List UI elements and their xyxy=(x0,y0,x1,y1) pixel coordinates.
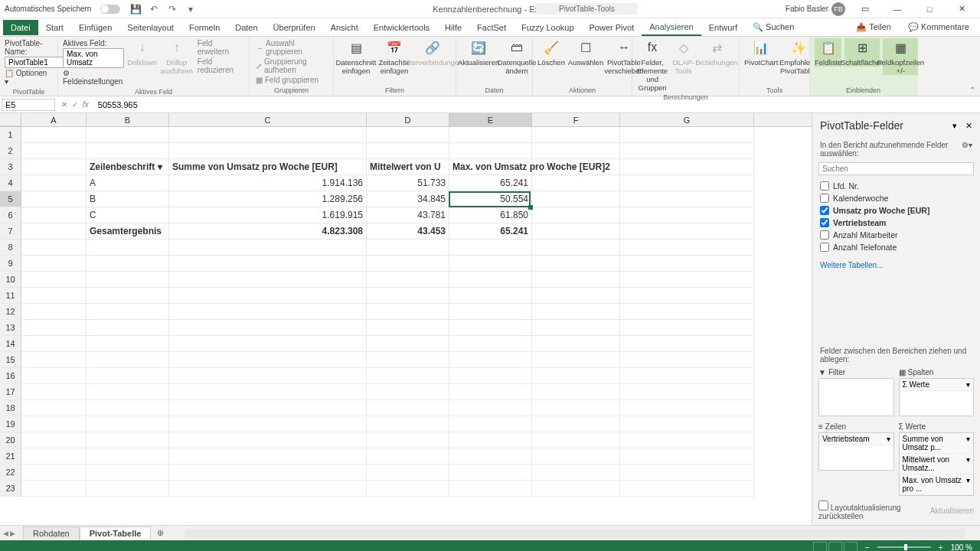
zoom-out-icon[interactable]: − xyxy=(865,543,870,552)
col-header-g[interactable]: G xyxy=(620,113,754,126)
row-header[interactable]: 14 xyxy=(0,336,21,352)
row-header[interactable]: 10 xyxy=(0,272,21,288)
pivotchart-button[interactable]: 📊PivotChart xyxy=(744,38,778,67)
datasource-button[interactable]: 🗃Datenquelle ändern xyxy=(499,38,534,75)
formula-input[interactable]: 50553,965 xyxy=(93,99,980,111)
buttons-toggle[interactable]: ⊞Schaltflächen xyxy=(844,38,880,67)
row-header[interactable]: 9 xyxy=(0,256,21,272)
undo-icon[interactable]: ↶ xyxy=(148,3,160,15)
pt-name-input[interactable]: PivotTable1 xyxy=(5,57,66,68)
timeline-button[interactable]: 📅Zeitachse einfügen xyxy=(377,38,412,75)
user-badge[interactable]: Fabio Basler FB xyxy=(786,2,845,16)
tab-help[interactable]: Hilfe xyxy=(437,20,469,35)
row-header[interactable]: 7 xyxy=(0,223,21,240)
row-header[interactable]: 1 xyxy=(0,127,21,143)
col-header-c[interactable]: C xyxy=(169,113,367,126)
name-box[interactable]: E5 xyxy=(2,99,55,111)
row-header[interactable]: 12 xyxy=(0,304,21,320)
clear-button[interactable]: 🧹Löschen xyxy=(537,38,565,67)
more-tables-link[interactable]: Weitere Tabellen... xyxy=(812,256,980,274)
row-header[interactable]: 6 xyxy=(0,207,21,223)
row-header[interactable]: 19 xyxy=(0,416,21,432)
minimize-icon[interactable]: — xyxy=(885,0,910,18)
row-header[interactable]: 22 xyxy=(0,465,21,481)
collapse-ribbon-icon[interactable]: ⌃ xyxy=(969,86,975,94)
area-filter-drop[interactable] xyxy=(818,378,894,416)
area-values-drop[interactable]: Summe von Umsatz p...▾ Mittelwert von Um… xyxy=(899,432,975,496)
field-item[interactable]: Umsatz pro Woche [EUR] xyxy=(820,204,972,217)
row-header[interactable]: 8 xyxy=(0,240,21,256)
sheet-nav-next-icon[interactable]: ▶ xyxy=(10,530,15,537)
add-sheet-icon[interactable]: ⊕ xyxy=(151,528,170,538)
tab-fuzzy[interactable]: Fuzzy Lookup xyxy=(514,20,581,35)
col-header-a[interactable]: A xyxy=(21,113,87,126)
tab-analyze[interactable]: Analysieren xyxy=(642,19,701,36)
tab-data[interactable]: Daten xyxy=(227,20,265,35)
row-header[interactable]: 13 xyxy=(0,320,21,336)
field-search-input[interactable] xyxy=(818,162,974,175)
area-columns-drop[interactable]: Σ Werte▾ xyxy=(899,378,975,416)
field-item[interactable]: Anzahl Mitarbeiter xyxy=(820,229,972,241)
sheet-tab-pivot[interactable]: Pivot-Tabelle xyxy=(80,527,152,540)
headers-toggle[interactable]: ▦Feldkopfzeilen +/- xyxy=(883,38,918,75)
cancel-icon[interactable]: ✕ xyxy=(61,100,67,109)
tab-pagelayout[interactable]: Seitenlayout xyxy=(119,20,181,35)
area-column-item[interactable]: Σ Werte▾ xyxy=(900,379,974,391)
pt-sum-header[interactable]: Summe von Umsatz pro Woche [EUR] xyxy=(169,159,367,175)
pane-close-icon[interactable]: ✕ xyxy=(965,121,972,130)
select-all-corner[interactable] xyxy=(0,113,21,126)
pane-settings-icon[interactable]: ▾ xyxy=(952,121,957,130)
field-item[interactable]: Lfd. Nr. xyxy=(820,180,972,192)
options-button[interactable]: 📋 Optionen ▾ xyxy=(5,69,53,86)
row-header[interactable]: 11 xyxy=(0,288,21,304)
tab-view[interactable]: Ansicht xyxy=(323,20,366,35)
tab-powerpivot[interactable]: Power Pivot xyxy=(582,20,642,35)
row-header[interactable]: 16 xyxy=(0,368,21,384)
pt-row-header[interactable]: Zeilenbeschrift ▾ xyxy=(87,159,169,175)
pt-avg-header[interactable]: Mittelwert von U xyxy=(367,159,449,175)
row-header[interactable]: 18 xyxy=(0,400,21,416)
autosave-toggle[interactable] xyxy=(100,5,120,14)
row-header[interactable]: 15 xyxy=(0,352,21,368)
view-pagebreak-icon[interactable] xyxy=(844,542,858,551)
fx-icon[interactable]: fx xyxy=(83,100,89,109)
ribbon-mode-icon[interactable]: ▭ xyxy=(853,0,877,18)
tab-formulas[interactable]: Formeln xyxy=(181,20,227,35)
sheet-nav-prev-icon[interactable]: ◀ xyxy=(3,530,8,537)
area-value-item[interactable]: Summe von Umsatz p...▾ xyxy=(900,433,974,454)
tab-design[interactable]: Entwurf xyxy=(701,20,745,35)
zoom-slider[interactable] xyxy=(877,546,931,548)
field-item[interactable]: Kalenderwoche xyxy=(820,192,972,204)
select-button[interactable]: ☐Auswählen xyxy=(568,38,603,67)
view-pagelayout-icon[interactable] xyxy=(828,542,842,551)
maximize-icon[interactable]: □ xyxy=(917,0,942,18)
confirm-icon[interactable]: ✓ xyxy=(72,100,78,109)
fields-items-button[interactable]: fxFelder, Elemente und Gruppen xyxy=(637,38,668,92)
redo-icon[interactable]: ↷ xyxy=(166,3,178,15)
col-header-d[interactable]: D xyxy=(367,113,449,126)
col-header-f[interactable]: F xyxy=(532,113,620,126)
share-button[interactable]: 📤 Teilen xyxy=(850,21,897,34)
refresh-button[interactable]: 🔄Aktualisieren xyxy=(461,38,496,67)
view-normal-icon[interactable] xyxy=(813,542,827,551)
close-icon[interactable]: ✕ xyxy=(949,0,974,18)
col-header-b[interactable]: B xyxy=(87,113,169,126)
zoom-in-icon[interactable]: + xyxy=(939,543,943,552)
field-item[interactable]: Anzahl Telefonate xyxy=(820,241,972,253)
row-header[interactable]: 21 xyxy=(0,448,21,465)
row-header[interactable]: 20 xyxy=(0,432,21,448)
row-header[interactable]: 3 xyxy=(0,159,21,175)
area-row-item[interactable]: Vertriebsteam▾ xyxy=(819,433,893,445)
comments-button[interactable]: 💬 Kommentare xyxy=(902,21,975,34)
active-field-input[interactable]: Max. von Umsatz xyxy=(63,48,124,68)
col-header-e[interactable]: E xyxy=(449,113,532,126)
search-box[interactable]: 🔍 Suchen xyxy=(745,19,802,35)
qat-customize-icon[interactable]: ▾ xyxy=(185,3,197,15)
fieldlist-button[interactable]: 📋Feldliste xyxy=(815,38,841,67)
row-header[interactable]: 2 xyxy=(0,143,21,159)
area-value-item[interactable]: Max. von Umsatz pro ...▾ xyxy=(900,474,974,495)
fill-handle[interactable] xyxy=(528,205,533,210)
save-icon[interactable]: 💾 xyxy=(129,3,142,15)
slicer-button[interactable]: ▤Datenschnitt einfügen xyxy=(338,38,374,75)
tab-file[interactable]: Datei xyxy=(3,20,38,35)
